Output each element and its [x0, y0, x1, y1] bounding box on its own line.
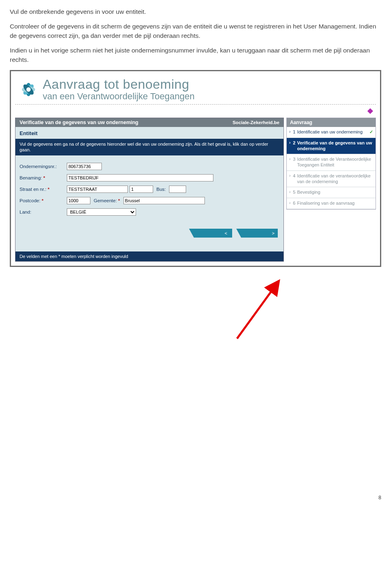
page-number: 8 [10, 495, 381, 501]
row-ondernemingsnr: Ondernemingsnr.: [20, 163, 279, 170]
select-land[interactable]: BELGIË [67, 208, 136, 216]
step-6[interactable]: › 6 Finalisering van de aanvraag [287, 198, 376, 209]
input-straat[interactable] [67, 186, 128, 193]
embedded-screenshot: Aanvraag tot benoeming van een Verantwoo… [10, 70, 381, 267]
input-benaming[interactable] [67, 174, 213, 181]
chevron-right-icon: › [289, 190, 290, 195]
svg-line-6 [237, 282, 278, 339]
mandatory-note: De velden met een * moeten verplicht wor… [15, 251, 283, 261]
step-2[interactable]: › 2 Verificatie van de gegevens van uw o… [287, 138, 376, 155]
content-row: Verificatie van de gegevens van uw onder… [15, 118, 376, 262]
chevron-right-icon: › [289, 140, 290, 152]
chevron-right-icon: › [289, 173, 290, 185]
header-title-line2: van een Verantwoordelijke Toegangen [43, 92, 195, 101]
label-ondernemingsnr: Ondernemingsnr.: [20, 164, 65, 169]
panel-site: Sociale-Zekerheid.be [233, 120, 279, 125]
label-straat-text: Straat en nr.: [20, 187, 46, 192]
label-benaming-text: Benaming: [20, 175, 42, 180]
header-titles: Aanvraag tot benoeming van een Verantwoo… [43, 78, 195, 101]
step-4[interactable]: › 4 Identificatie van de verantwoordelij… [287, 171, 376, 188]
nav-buttons: < > [15, 224, 283, 241]
step-1[interactable]: › 1 Identificatie van uw onderneming ✓ [287, 127, 376, 138]
panel-header: Verificatie van de gegevens van uw onder… [15, 118, 283, 127]
app-header: Aanvraag tot benoeming van een Verantwoo… [15, 75, 376, 105]
row-straat: Straat en nr.: * Bus: [20, 186, 279, 193]
label-bus: Bus: [156, 187, 166, 192]
label-benaming: Benaming: * [20, 175, 65, 180]
input-gemeente[interactable] [123, 197, 205, 204]
panel-title: Verificatie van de gegevens van uw onder… [20, 120, 138, 125]
form-area: Ondernemingsnr.: Benaming: * Straat en n… [15, 155, 283, 224]
help-diamond-icon[interactable] [367, 108, 373, 114]
required-star: * [42, 198, 43, 203]
step-num: 1 [293, 129, 295, 135]
step-label: Bevestiging [297, 190, 320, 195]
svg-point-4 [26, 87, 31, 92]
label-land: Land: [20, 210, 65, 214]
input-ondernemingsnr[interactable] [67, 163, 102, 170]
main-panel: Verificatie van de gegevens van uw onder… [15, 118, 284, 262]
step-num: 5 [293, 190, 295, 195]
step-num: 6 [293, 201, 295, 206]
flower-logo-icon [18, 79, 40, 101]
step-label: Identificatie van de verantwoordelijke v… [297, 173, 373, 185]
section-entiteit: Entiteit [15, 127, 283, 139]
back-button[interactable]: < [189, 229, 232, 238]
label-gemeente: Gemeente: * [94, 198, 120, 203]
header-title-line1: Aanvraag tot benoeming [43, 78, 195, 92]
doc-paragraph-1: Vul de ontbrekende gegevens in voor uw e… [10, 7, 381, 16]
row-land: Land: BELGIË [20, 208, 279, 216]
step-label: Verificatie van de gegevens van uw onder… [297, 140, 373, 152]
step-num: 4 [293, 173, 295, 185]
chevron-right-icon: › [289, 157, 290, 168]
row-benaming: Benaming: * [20, 174, 279, 181]
chevron-right-icon: › [289, 201, 290, 206]
step-label: Identificatie van de Verantwoordelijke T… [297, 157, 373, 168]
step-5[interactable]: › 5 Bevestiging [287, 187, 376, 198]
next-button[interactable]: > [236, 229, 278, 238]
chevron-right-icon: › [289, 129, 290, 135]
label-gemeente-text: Gemeente: [94, 198, 117, 203]
step-label: Identificatie van uw onderneming [297, 129, 362, 135]
input-huisnr[interactable] [130, 186, 153, 193]
label-postcode: Postcode: * [20, 198, 65, 203]
doc-paragraph-3: Indien u in het vorige scherm niet het j… [10, 46, 381, 64]
steps-sidebar-title: Aanvraag [287, 118, 376, 127]
required-star: * [48, 187, 49, 192]
required-star: * [118, 198, 120, 203]
top-icon-row [15, 105, 376, 118]
panel-instruction: Vul de gegevens een ga na of de gegevens… [15, 139, 283, 155]
step-num: 3 [293, 157, 295, 168]
step-3[interactable]: › 3 Identificatie van de Verantwoordelij… [287, 154, 376, 171]
input-postcode[interactable] [67, 197, 90, 204]
label-straat: Straat en nr.: * [20, 187, 65, 192]
steps-sidebar: Aanvraag › 1 Identificatie van uw ondern… [286, 118, 376, 210]
step-num: 2 [293, 140, 295, 152]
check-icon: ✓ [369, 129, 373, 135]
label-postcode-text: Postcode: [20, 198, 40, 203]
step-label: Finalisering van de aanvraag [297, 201, 354, 206]
row-postcode: Postcode: * Gemeente: * [20, 197, 279, 204]
doc-paragraph-2: Controleer of de gegevens in dit scherm … [10, 22, 381, 40]
required-star: * [43, 175, 45, 180]
input-bus[interactable] [169, 186, 186, 193]
red-arrow-annotation-icon [229, 278, 294, 343]
svg-rect-5 [367, 108, 373, 114]
